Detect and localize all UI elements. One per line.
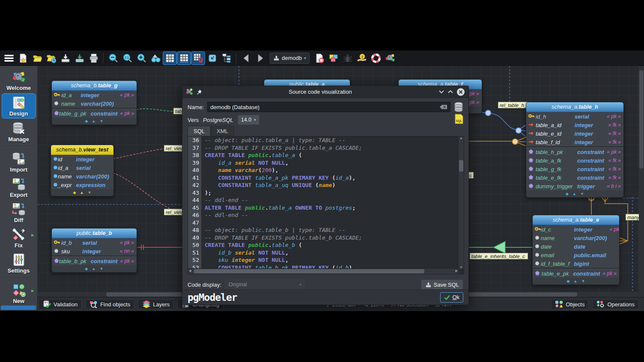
table-row[interactable]: table_g_fkconstraint« fk »	[526, 165, 623, 173]
chevron-up-icon[interactable]	[447, 90, 453, 94]
name-input[interactable]: demodb (Database)	[207, 102, 450, 112]
scroll-right-icon[interactable]: ▶	[456, 269, 458, 273]
save-sql-button[interactable]: Save SQL	[421, 279, 463, 290]
about-button[interactable]	[383, 51, 397, 65]
sidebar-item-new[interactable]: ▶New	[2, 281, 36, 306]
main-menu-button[interactable]	[2, 51, 16, 65]
db-table-table_e[interactable]: schema_a.table_eid_cinteger« pk »namevar…	[532, 215, 620, 285]
table-header[interactable]: schema_b.view_test	[51, 145, 113, 155]
sidebar-item-diff[interactable]: Diff	[2, 200, 36, 225]
table-row[interactable]: namevarchar(200)	[533, 234, 620, 242]
validation-button[interactable]: Validation	[39, 299, 82, 309]
sidebar-item-design[interactable]: Design	[2, 93, 36, 119]
pin-icon[interactable]	[196, 89, 202, 95]
table-row[interactable]: table_a_idinteger« fk »	[526, 121, 623, 129]
snap-to-grid-button[interactable]	[191, 51, 205, 65]
diamond-icon[interactable]: ◆	[567, 279, 570, 283]
db-table-table_h[interactable]: schema_a.table_hid_hserial« pk »table_a_…	[526, 102, 624, 198]
table-row[interactable]: table_f_idinteger« fk »	[526, 138, 623, 146]
relationship-point[interactable]	[486, 110, 491, 116]
save-model-button[interactable]	[58, 51, 72, 65]
table-header[interactable]: public.table_b	[52, 228, 137, 238]
expand-icon[interactable]: ▲	[574, 279, 578, 283]
operations-button[interactable]: Operations	[592, 299, 639, 309]
donate-button[interactable]: $	[355, 51, 369, 65]
fk-relationship-line[interactable]	[588, 197, 595, 215]
table-row[interactable]: table_e_pkconstraint« pk »	[533, 269, 619, 278]
sql-code-editor[interactable]: 36-- object: public.table_a | type: TABL…	[188, 136, 464, 274]
one-to-one-line[interactable]	[137, 245, 182, 250]
scrollbar-handle[interactable]	[459, 160, 463, 172]
layers-button[interactable]: Layers	[138, 299, 174, 309]
tab-sql[interactable]: SQL	[188, 126, 211, 136]
support-button[interactable]	[369, 51, 383, 65]
table-row[interactable]: table_a_fkconstraint« fk »	[526, 156, 623, 165]
plugins-button[interactable]	[326, 51, 340, 65]
table-header[interactable]: schema_a.table_h	[526, 102, 623, 112]
save-all-button[interactable]	[72, 51, 86, 65]
sidebar-item-settings[interactable]: Settings	[2, 251, 36, 275]
editor-vscrollbar[interactable]: ▲ ▼	[458, 136, 464, 269]
page-delimiters-button[interactable]	[177, 51, 191, 65]
editor-hscrollbar[interactable]: ◀ ▶	[188, 268, 459, 274]
close-icon[interactable]	[456, 88, 465, 96]
table-row[interactable]: namevarchar(200)	[51, 172, 114, 181]
zoom-out-button[interactable]	[106, 51, 120, 65]
sidebar-item-welcome[interactable]: Welcome	[2, 69, 36, 92]
table-row[interactable]: namevarchar(200)	[52, 99, 137, 108]
relationship-point[interactable]	[513, 139, 518, 145]
bug-report-button[interactable]	[340, 51, 355, 65]
sidebar-item-fix[interactable]: ▶Fix	[2, 226, 36, 250]
code-lines[interactable]: 36-- object: public.table_a | type: TABL…	[188, 136, 459, 269]
relationship-table-line[interactable]	[136, 109, 175, 111]
scroll-up-icon[interactable]: ▲	[459, 136, 464, 139]
sidebar-item-export[interactable]: Export	[2, 175, 36, 199]
table-row[interactable]: skuinteger« nn »	[52, 247, 137, 255]
clear-input-icon[interactable]	[440, 104, 447, 110]
scroll-left-icon[interactable]: ◀	[189, 269, 191, 273]
diamond-icon[interactable]: ◆	[73, 190, 76, 195]
db-table-table_b[interactable]: public.table_bid_bserial« pk »skuinteger…	[51, 228, 137, 273]
relationship-label[interactable]: table_e_inherits_table_c	[470, 253, 528, 259]
scrollbar-handle[interactable]	[194, 269, 424, 273]
expand-icon[interactable]: ▲	[92, 267, 96, 271]
loaded-model-combo[interactable]: demodb▾	[270, 53, 310, 64]
table-row[interactable]: id_bserial« pk »	[52, 238, 137, 247]
best-fit-button[interactable]	[149, 51, 163, 65]
find-objects-button[interactable]: Find objects	[85, 299, 134, 309]
table-row[interactable]: id_ainteger« pk »	[52, 91, 137, 99]
version-combo[interactable]: 14.0 ▾	[238, 115, 259, 125]
scrollbar-handle[interactable]	[639, 70, 644, 169]
table-row[interactable]: _exprexpression	[51, 181, 114, 189]
view-relationship-line[interactable]	[113, 173, 182, 213]
collapse-icon[interactable]: ▼	[99, 119, 103, 123]
table-row[interactable]: table_g_pkconstraint« pk »	[52, 109, 137, 118]
normal-zoom-button[interactable]: 1:1	[120, 51, 134, 65]
table-row[interactable]: table_b_pkconstraint« pk »	[52, 257, 137, 265]
expand-collapse-button[interactable]	[219, 51, 233, 65]
chevron-down-icon[interactable]	[438, 90, 444, 94]
table-header[interactable]: schema_b.table_g	[52, 81, 137, 91]
table-row[interactable]: id_cinteger« pk »	[533, 225, 620, 234]
diamond-icon[interactable]: ◆	[85, 119, 88, 123]
expand-icon[interactable]: ▲	[572, 192, 576, 196]
table-row[interactable]: emailpublic.email	[533, 251, 620, 259]
open-model-button[interactable]	[30, 51, 44, 65]
table-row[interactable]: id_f_table_fbigint	[533, 259, 620, 268]
diamond-icon[interactable]: ◆	[85, 267, 88, 271]
table-row[interactable]: dummy_triggertrigger« b i »	[526, 182, 623, 190]
table-row[interactable]: id_hserial« pk »	[526, 112, 623, 121]
collapse-icon[interactable]: ▼	[87, 190, 91, 195]
collapse-icon[interactable]: ▼	[99, 267, 103, 271]
table-row[interactable]: table_h_pkconstraint« pk »	[526, 148, 623, 156]
table-row[interactable]: table_e_idinteger« fk »	[526, 129, 623, 138]
close-model-button[interactable]	[312, 51, 326, 65]
objects-button[interactable]: Objects	[551, 299, 589, 309]
compact-view-button[interactable]	[205, 51, 219, 65]
relationship-point[interactable]	[516, 128, 522, 134]
recent-models-button[interactable]	[44, 51, 58, 65]
tab-xml[interactable]: XML	[211, 126, 234, 136]
relationship-label[interactable]: rel_view	[164, 209, 185, 215]
collapse-icon[interactable]: ▼	[580, 192, 584, 196]
expand-icon[interactable]: ▲	[80, 190, 84, 195]
